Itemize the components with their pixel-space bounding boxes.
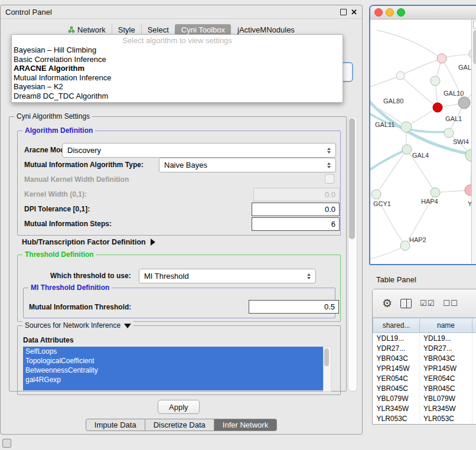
- hub-tf-definition-toggle[interactable]: Hub/Transcription Factor Definition: [22, 238, 155, 246]
- dropdown-item[interactable]: Basic Correlation Inference: [12, 55, 343, 64]
- close-icon[interactable]: ✕: [351, 8, 357, 16]
- table-row[interactable]: YPR145WYPR145W9.: [373, 363, 476, 373]
- attribute-list-item[interactable]: TopologicalCoefficient: [23, 356, 323, 366]
- dropdown-item[interactable]: Bayesian – Hill Climbing: [12, 45, 343, 55]
- table-row[interactable]: YLR345WYLR345W9.: [373, 403, 476, 413]
- table-cell[interactable]: YDL19...: [420, 333, 472, 344]
- table-cell[interactable]: YBR043C: [420, 353, 472, 363]
- network-node[interactable]: [431, 76, 440, 86]
- table-cell[interactable]: 9.: [472, 403, 476, 413]
- show-columns-icon[interactable]: [400, 299, 412, 308]
- column-header-name[interactable]: name: [420, 318, 472, 333]
- network-node[interactable]: [458, 97, 470, 109]
- table-row[interactable]: YDL19...YDL19...13: [373, 333, 476, 344]
- table-cell[interactable]: YBL079W: [373, 393, 420, 403]
- table-row[interactable]: YLR053CYLR053C: [373, 413, 476, 423]
- table-cell[interactable]: 12: [472, 343, 476, 353]
- manual-kernel-checkbox[interactable]: [325, 174, 334, 184]
- table-cell[interactable]: YBR043C: [373, 353, 420, 363]
- table-cell[interactable]: YLR345W: [373, 403, 420, 413]
- network-node[interactable]: [371, 190, 381, 199]
- table-cell[interactable]: YPR145W: [420, 363, 472, 373]
- table-cell[interactable]: [472, 393, 476, 403]
- table-row[interactable]: YBR045CYBR045C9.: [373, 383, 476, 393]
- minimize-traffic-light-icon[interactable]: [386, 8, 394, 17]
- table-cell[interactable]: YER054C: [420, 373, 472, 383]
- settings-scrollbar-thumb[interactable]: [349, 118, 355, 239]
- data-attributes-list[interactable]: SelfLoops TopologicalCoefficient Between…: [23, 347, 323, 390]
- network-window-titlebar[interactable]: [370, 6, 476, 19]
- attribute-list-item[interactable]: BetweennessCentrality: [23, 366, 323, 375]
- tab-infer-network[interactable]: Infer Network: [214, 419, 277, 431]
- table-row[interactable]: YBL079WYBL079W: [373, 393, 476, 403]
- minimized-panel-icon[interactable]: [2, 439, 11, 448]
- table-cell[interactable]: YDR27...: [420, 343, 472, 353]
- aracne-mode-combo[interactable]: Discovery: [62, 143, 336, 158]
- sources-group-title[interactable]: Sources for Network Inference: [22, 321, 133, 330]
- network-node[interactable]: [402, 145, 412, 154]
- network-node[interactable]: [444, 128, 454, 138]
- mi-type-combo[interactable]: Naive Bayes: [159, 158, 336, 172]
- table-row[interactable]: YDR27...YDR27...12: [373, 343, 476, 353]
- deselect-all-columns-icon[interactable]: ☐☐: [443, 299, 458, 308]
- which-threshold-combo[interactable]: MI Threshold: [139, 269, 316, 283]
- column-header-extra[interactable]: [472, 318, 476, 333]
- table-row[interactable]: YBR043CYBR043C: [373, 353, 476, 363]
- tab-cyni-toolbox[interactable]: Cyni Toolbox: [175, 24, 231, 35]
- table-cell[interactable]: YBL079W: [420, 393, 472, 403]
- tab-jactivemnodules[interactable]: jActiveMNodules: [231, 24, 301, 35]
- settings-scrollbar[interactable]: [348, 116, 357, 392]
- table-cell[interactable]: YLR053C: [373, 413, 420, 423]
- network-node[interactable]: [437, 54, 446, 63]
- tab-style[interactable]: Style: [112, 24, 141, 35]
- float-window-icon[interactable]: [340, 9, 347, 15]
- table-cell[interactable]: YLR345W: [420, 403, 472, 413]
- table-cell[interactable]: YDL19...: [373, 333, 420, 344]
- attributes-list-scrollbar[interactable]: [323, 347, 331, 392]
- attribute-list-item-partial[interactable]: [23, 384, 323, 390]
- zoom-traffic-light-icon[interactable]: [397, 8, 405, 17]
- table-cell[interactable]: 8.: [472, 373, 476, 383]
- column-header-shared-name[interactable]: shared...: [373, 318, 420, 333]
- table-cell[interactable]: 13: [472, 333, 476, 344]
- table-cell[interactable]: YBR045C: [420, 383, 472, 393]
- close-traffic-light-icon[interactable]: [374, 8, 383, 17]
- table-cell[interactable]: YER054C: [373, 373, 420, 383]
- table-cell[interactable]: YPR145W: [373, 363, 420, 373]
- table-cell[interactable]: YDR27...: [373, 343, 420, 353]
- dropdown-item[interactable]: Bayesian – K2: [12, 82, 343, 92]
- mi-steps-field[interactable]: 6: [252, 217, 340, 231]
- network-edge[interactable]: [400, 58, 442, 76]
- select-all-columns-icon[interactable]: ☑☑: [420, 299, 435, 308]
- apply-button[interactable]: Apply: [158, 400, 200, 414]
- mi-threshold-field[interactable]: 0.5: [249, 300, 339, 314]
- dpi-tolerance-field[interactable]: 0.0: [252, 203, 340, 216]
- table-cell[interactable]: [472, 353, 476, 363]
- network-scrollbar-thumb[interactable]: [473, 30, 476, 64]
- network-node[interactable]: [396, 71, 405, 80]
- dropdown-item[interactable]: Mutual Information Inference: [12, 73, 343, 83]
- network-node[interactable]: [431, 188, 440, 197]
- table-cell[interactable]: 9.: [472, 363, 476, 373]
- network-edge[interactable]: [376, 30, 442, 58]
- attribute-list-item[interactable]: gal4RGexp: [23, 375, 323, 384]
- network-node[interactable]: [400, 241, 410, 250]
- control-panel-titlebar[interactable]: Control Panel ✕: [1, 5, 362, 19]
- attributes-list-scrollbar-thumb[interactable]: [324, 348, 329, 366]
- table-cell[interactable]: YBR045C: [373, 383, 420, 393]
- network-node[interactable]: [401, 122, 412, 132]
- network-node[interactable]: [433, 103, 442, 112]
- dropdown-item[interactable]: Dream8 DC_TDC Algorithm: [12, 92, 343, 101]
- network-edge[interactable]: [370, 246, 405, 260]
- table-cell[interactable]: [472, 413, 476, 423]
- network-scrollbar-button[interactable]: [473, 21, 476, 28]
- tab-discretize-data[interactable]: Discretize Data: [145, 419, 214, 431]
- tab-select[interactable]: Select: [141, 24, 175, 35]
- network-canvas[interactable]: GAL8GAL80GAL10GAL11GAL1SWI4GAL4GCY1HAP4Y…: [370, 19, 476, 263]
- network-vertical-scrollbar[interactable]: [471, 19, 476, 263]
- table-cell[interactable]: YLR053C: [420, 413, 472, 423]
- gear-icon[interactable]: ⚙: [382, 298, 392, 309]
- table-row[interactable]: YER054CYER054C8.: [373, 373, 476, 383]
- network-edge[interactable]: [370, 149, 407, 174]
- attribute-list-item[interactable]: SelfLoops: [23, 347, 323, 356]
